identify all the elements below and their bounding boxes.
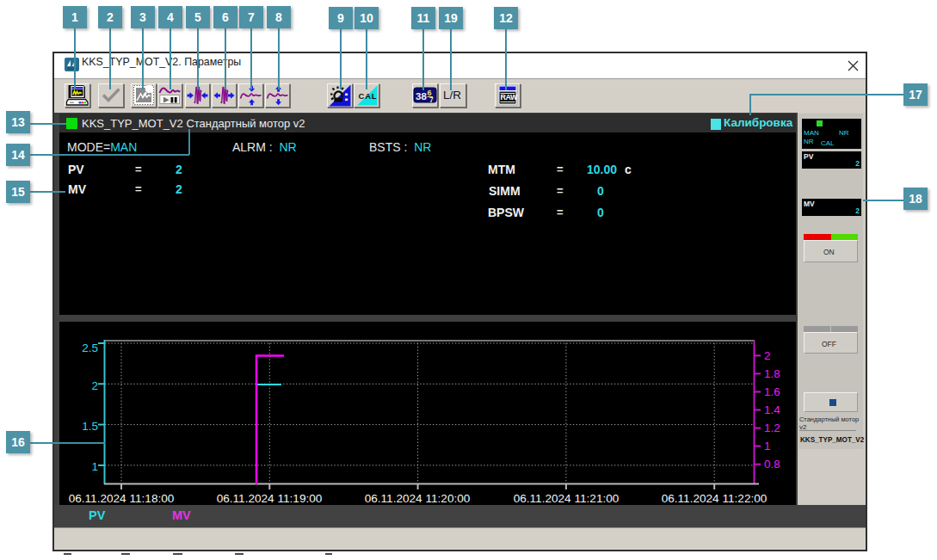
svg-text:CAL: CAL: [358, 91, 377, 101]
svg-text:2: 2: [764, 349, 771, 362]
svg-text:0.8: 0.8: [764, 458, 780, 471]
svg-text:2.5: 2.5: [82, 342, 98, 354]
svg-text:1.2: 1.2: [764, 422, 780, 434]
svg-text:1.5: 1.5: [82, 420, 98, 433]
svg-text:06.11.2024 11:18:00: 06.11.2024 11:18:00: [69, 492, 175, 505]
svg-text:06.11.2024 11:22:00: 06.11.2024 11:22:00: [662, 492, 767, 505]
svg-text:06.11.2024 11:19:00: 06.11.2024 11:19:00: [217, 492, 323, 505]
svg-text:RAW: RAW: [501, 93, 519, 102]
svg-text:1: 1: [764, 440, 771, 452]
svg-text:1: 1: [91, 460, 98, 473]
svg-text:38: 38: [416, 91, 427, 102]
svg-text:1.6: 1.6: [764, 385, 780, 398]
svg-text:1.8: 1.8: [764, 367, 780, 380]
svg-text:06.11.2024 11:20:00: 06.11.2024 11:20:00: [365, 492, 471, 505]
svg-text:2: 2: [91, 379, 98, 392]
svg-text:06.11.2024 11:21:00: 06.11.2024 11:21:00: [514, 492, 620, 505]
svg-text:1.4: 1.4: [764, 403, 780, 416]
